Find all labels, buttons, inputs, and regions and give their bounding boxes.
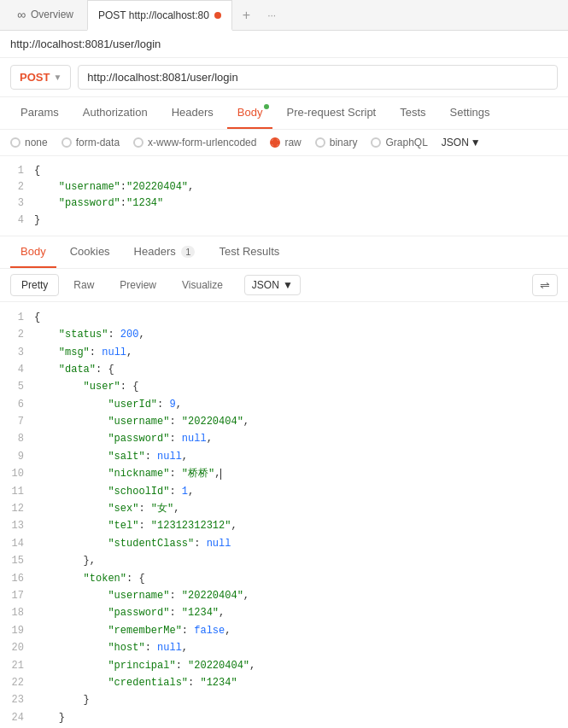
response-tab-cookies[interactable]: Cookies [60,236,120,268]
resp-line-19: 19 "rememberMe": false, [0,622,568,639]
breadcrumb: http://localhost:8081/user/login [0,31,568,58]
body-type-form-data-label: form-data [76,137,120,149]
nav-tabs: Params Authorization Headers Body Pre-re… [0,97,568,130]
tab-authorization[interactable]: Authorization [73,97,158,129]
resp-line-10: 10 "nickname": "桥桥", [0,465,568,482]
resp-line-17: 17 "username": "20220404", [0,587,568,604]
response-tabs: Body Cookies Headers 1 Test Results [0,236,568,269]
tab-headers[interactable]: Headers [161,97,224,129]
resp-line-23: 23 } [0,691,568,708]
req-line-4: 4 } [0,213,568,229]
resp-line-1: 1 { [0,309,568,326]
tab-bar: ∞ Overview POST http://localhost:80 + ··… [0,0,568,31]
resp-tab-raw[interactable]: Raw [62,274,105,296]
body-types: none form-data x-www-form-urlencoded raw… [0,130,568,156]
resp-line-5: 5 "user": { [0,378,568,395]
tab-settings[interactable]: Settings [440,97,501,129]
add-tab-button[interactable]: + [236,8,257,23]
resp-format-chevron-icon: ▼ [283,279,293,291]
body-tab-dot [264,104,269,109]
body-type-binary-label: binary [330,137,358,149]
tab-tests[interactable]: Tests [389,97,436,129]
radio-binary [315,137,325,148]
overview-tab[interactable]: ∞ Overview [7,0,84,31]
body-type-urlencoded[interactable]: x-www-form-urlencoded [133,137,256,149]
wrap-icon: ⇌ [540,278,550,292]
json-format-label: JSON [442,137,469,149]
resp-line-9: 9 "salt": null, [0,448,568,465]
body-type-raw-label: raw [284,137,301,149]
resp-line-16: 16 "token": { [0,570,568,587]
resp-format-label: JSON [252,279,279,291]
resp-line-7: 7 "username": "20220404", [0,413,568,430]
response-tab-body[interactable]: Body [10,236,56,268]
overview-icon: ∞ [17,8,26,21]
wrap-lines-button[interactable]: ⇌ [532,274,558,296]
body-type-graphql-label: GraphQL [385,137,427,149]
resp-line-22: 22 "credentials": "1234" [0,674,568,691]
tab-body[interactable]: Body [227,97,273,129]
radio-raw [270,137,280,148]
resp-line-13: 13 "tel": "12312312312", [0,517,568,534]
resp-line-8: 8 "password": null, [0,430,568,447]
active-tab-label: POST http://localhost:80 [98,9,209,21]
body-type-binary[interactable]: binary [315,137,358,149]
json-format-dropdown[interactable]: JSON ▼ [442,137,481,149]
radio-form-data [61,137,72,148]
active-tab[interactable]: POST http://localhost:80 [87,0,232,31]
body-type-graphql[interactable]: GraphQL [371,137,427,149]
resp-line-15: 15 }, [0,552,568,569]
more-tabs-button[interactable]: ··· [261,9,283,21]
method-select[interactable]: POST ▼ [10,65,71,90]
response-toolbar: Pretty Raw Preview Visualize JSON ▼ ⇌ [0,269,568,302]
method-chevron-icon: ▼ [53,73,61,82]
resp-tab-visualize[interactable]: Visualize [171,274,234,296]
resp-tab-preview[interactable]: Preview [108,274,167,296]
active-tab-dot [214,12,221,19]
resp-line-14: 14 "studentClass": null [0,535,568,552]
radio-urlencoded [133,137,143,148]
json-format-chevron-icon: ▼ [471,137,481,149]
req-line-2: 2 "username":"20220404", [0,179,568,195]
resp-line-3: 3 "msg": null, [0,344,568,361]
breadcrumb-url: http://localhost:8081/user/login [10,38,161,50]
resp-tab-pretty[interactable]: Pretty [10,274,59,296]
resp-line-21: 21 "principal": "20220404", [0,657,568,674]
req-line-1: 1 { [0,163,568,179]
radio-none [10,137,20,148]
response-tab-headers[interactable]: Headers 1 [124,236,206,268]
method-label: POST [20,71,50,84]
resp-line-20: 20 "host": null, [0,639,568,656]
resp-line-24: 24 } [0,709,568,726]
body-type-urlencoded-label: x-www-form-urlencoded [148,137,256,149]
body-type-raw[interactable]: raw [270,137,301,149]
resp-line-11: 11 "schoolId": 1, [0,483,568,500]
request-body-editor[interactable]: 1 { 2 "username":"20220404", 3 "password… [0,156,568,236]
resp-line-12: 12 "sex": "女", [0,500,568,517]
tab-pre-request[interactable]: Pre-request Script [276,97,386,129]
resp-line-2: 2 "status": 200, [0,326,568,343]
resp-line-4: 4 "data": { [0,361,568,378]
request-bar: POST ▼ [0,58,568,97]
overview-label: Overview [31,9,73,20]
headers-badge: 1 [181,246,195,258]
tab-params[interactable]: Params [10,97,69,129]
response-body: 1 { 2 "status": 200, 3 "msg": null, 4 "d… [0,302,568,728]
resp-line-6: 6 "userId": 9, [0,396,568,413]
resp-format-select[interactable]: JSON ▼ [244,275,301,295]
response-tab-test-results[interactable]: Test Results [208,236,290,268]
req-line-3: 3 "password":"1234" [0,195,568,212]
body-type-none-label: none [25,137,48,149]
body-type-form-data[interactable]: form-data [61,137,120,149]
body-type-none[interactable]: none [10,137,48,149]
radio-graphql [371,137,381,148]
resp-line-18: 18 "password": "1234", [0,604,568,621]
url-input[interactable] [78,65,558,90]
